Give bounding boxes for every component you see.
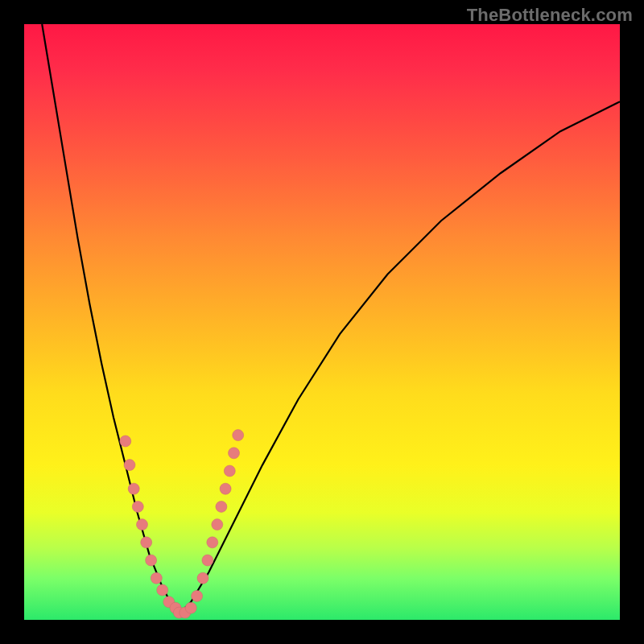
sample-point [202, 555, 213, 566]
chart-frame: TheBottleneck.com [0, 0, 644, 644]
sample-point [185, 602, 196, 613]
sample-point [224, 465, 235, 477]
right-branch-curve [179, 101, 620, 613]
sample-point [220, 483, 231, 494]
plot-area [24, 24, 620, 620]
curve-layer [24, 24, 620, 620]
watermark-text: TheBottleneck.com [467, 5, 633, 26]
sample-point [216, 501, 227, 512]
left-branch-curve [42, 24, 179, 614]
sample-point [207, 537, 218, 548]
sample-point [157, 584, 168, 596]
sample-point [137, 519, 148, 530]
sample-points [120, 430, 244, 619]
sample-point [197, 572, 208, 584]
sample-point [233, 430, 244, 441]
sample-point [229, 448, 240, 459]
sample-point [151, 572, 162, 584]
sample-point [128, 483, 139, 494]
sample-point [124, 460, 135, 471]
sample-point [132, 501, 143, 512]
sample-point [141, 537, 152, 548]
sample-point [212, 519, 223, 530]
sample-point [192, 590, 203, 601]
sample-point [120, 436, 131, 447]
sample-point [146, 555, 157, 566]
